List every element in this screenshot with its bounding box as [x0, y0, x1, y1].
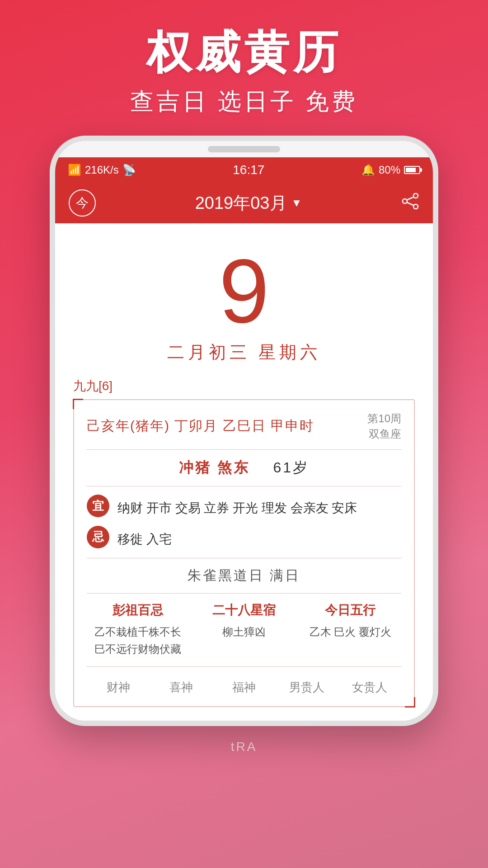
zodiac-sign: 双鱼座	[367, 426, 401, 442]
svg-line-4	[407, 203, 413, 205]
svg-point-0	[413, 193, 418, 198]
column-wuxing: 今日五行 乙木 巳火 覆灯火	[300, 602, 401, 658]
phone-mockup: 📶 216K/s 📡 16:17 🔔 80% 今 2019年03月 ▼	[50, 136, 438, 726]
promo-section: 权威黄历 查吉日 选日子 免费	[0, 0, 488, 136]
status-time: 16:17	[233, 163, 264, 177]
pengzu-title: 彭祖百忌	[87, 602, 188, 619]
calendar-content: 9 二月初三 星期六 九九[6] 己亥年(猪年) 丁卯月 乙巳日 甲申时 第10…	[55, 223, 433, 721]
stars-title: 二十八星宿	[193, 602, 295, 619]
god-fushen: 福神	[212, 679, 275, 695]
stars-content: 柳土獐凶	[193, 623, 295, 641]
wifi-icon: 📡	[122, 164, 136, 176]
big-date-section: 9 二月初三 星期六	[73, 237, 415, 368]
status-left: 📶 216K/s 📡	[68, 164, 136, 176]
share-button[interactable]	[401, 193, 419, 213]
lunar-date: 二月初三 星期六	[73, 341, 415, 364]
phone-speaker	[55, 141, 433, 157]
gods-row: 财神 喜神 福神 男贵人 女贵人	[87, 675, 401, 695]
column-stars: 二十八星宿 柳土獐凶	[193, 602, 295, 658]
week-sign: 第10周	[367, 411, 401, 426]
battery-icon	[404, 166, 420, 174]
speed-indicator: 216K/s	[85, 164, 119, 176]
year-info-row: 己亥年(猪年) 丁卯月 乙巳日 甲申时 第10周 双鱼座	[87, 411, 401, 450]
god-xishen: 喜神	[150, 679, 212, 695]
good-item: 宜 纳财 开市 交易 立券 开光 理发 会亲友 安床	[87, 495, 401, 519]
year-info-main: 己亥年(猪年) 丁卯月 乙巳日 甲申时	[87, 417, 314, 435]
dropdown-arrow-icon: ▼	[291, 197, 302, 209]
status-right: 🔔 80%	[361, 164, 420, 176]
good-content: 纳财 开市 交易 立券 开光 理发 会亲友 安床	[117, 495, 357, 519]
battery-percent: 80%	[379, 164, 400, 176]
alarm-icon: 🔔	[361, 164, 375, 176]
god-caishen: 财神	[87, 679, 150, 695]
three-columns: 彭祖百忌 乙不栽植千株不长 巳不远行财物伏藏 二十八星宿 柳土獐凶 今日五行 乙…	[87, 602, 401, 667]
info-box: 己亥年(猪年) 丁卯月 乙巳日 甲申时 第10周 双鱼座 冲猪 煞东 61岁 宜…	[73, 399, 415, 707]
bad-content: 移徙 入宅	[117, 526, 172, 550]
nine-nine-indicator: 九九[6]	[73, 377, 415, 395]
good-badge: 宜	[87, 495, 109, 517]
year-info-right: 第10周 双鱼座	[367, 411, 401, 441]
bad-badge: 忌	[87, 526, 109, 548]
status-bar: 📶 216K/s 📡 16:17 🔔 80%	[55, 157, 433, 183]
app-header: 今 2019年03月 ▼	[55, 183, 433, 223]
promo-subtitle: 查吉日 选日子 免费	[0, 86, 488, 118]
speaker-bar	[208, 146, 280, 152]
battery-box	[404, 166, 420, 174]
signal-icon: 📶	[68, 164, 81, 176]
wuxing-content: 乙木 巳火 覆灯火	[300, 623, 401, 641]
bad-item: 忌 移徙 入宅	[87, 526, 401, 550]
good-bad-section: 宜 纳财 开市 交易 立券 开光 理发 会亲友 安床 忌 移徙 入宅	[87, 495, 401, 558]
svg-point-2	[413, 204, 418, 209]
wuxing-title: 今日五行	[300, 602, 401, 619]
svg-point-1	[403, 199, 407, 203]
conflict-line: 冲猪 煞东 61岁	[87, 458, 401, 486]
today-button[interactable]: 今	[69, 189, 96, 217]
pengzu-content: 乙不栽植千株不长 巳不远行财物伏藏	[87, 623, 188, 658]
month-display: 2019年03月	[195, 192, 287, 215]
god-nvguiren: 女贵人	[338, 679, 401, 695]
day-type-line: 朱雀黑道日 满日	[87, 566, 401, 594]
promo-title: 权威黄历	[0, 27, 488, 77]
svg-line-3	[407, 197, 413, 200]
day-number: 9	[73, 246, 415, 336]
battery-fill	[406, 168, 416, 172]
column-pengzu: 彭祖百忌 乙不栽植千株不长 巳不远行财物伏藏	[87, 602, 188, 658]
conflict-text: 冲猪 煞东	[179, 459, 250, 476]
bottom-watermark: tRA	[231, 726, 258, 768]
age-text: 61岁	[273, 459, 309, 476]
god-nanquiren: 男贵人	[276, 679, 338, 695]
month-selector[interactable]: 2019年03月 ▼	[195, 192, 302, 215]
